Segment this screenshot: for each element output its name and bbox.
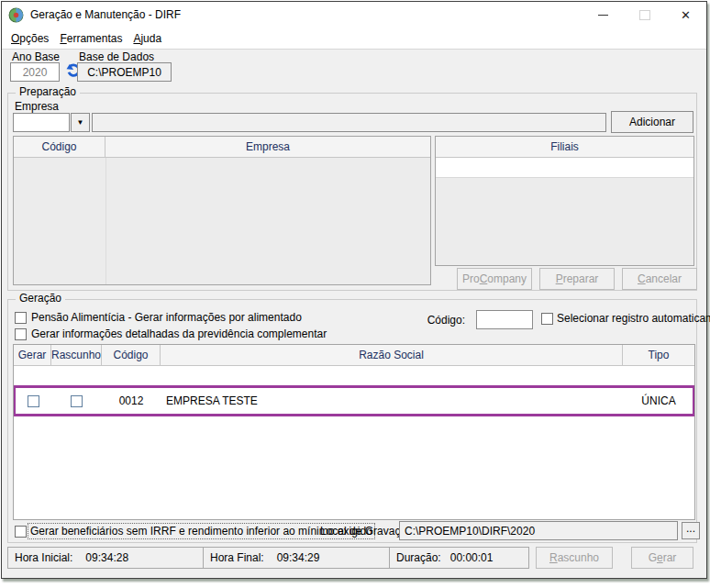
local-gravacao-field[interactable]: C:\PROEMP10\DIRF\2020 [399, 521, 678, 540]
cancelar-button[interactable]: Cancelar [622, 268, 697, 290]
selecionar-checkbox[interactable] [541, 313, 553, 325]
adicionar-button[interactable]: Adicionar [611, 111, 693, 133]
col-rascunho: Rascunho [51, 345, 102, 365]
rascunho-button[interactable]: Rascunho [536, 547, 613, 569]
preparacao-group: Preparação Empresa ▼ Adicionar Código Em… [7, 93, 697, 291]
window-title: Geração e Manutenção - DIRF [30, 8, 181, 21]
close-icon: ✕ [681, 9, 691, 21]
menu-ferramentas[interactable]: Ferramentas [54, 29, 128, 48]
hora-final-value: 09:34:29 [277, 551, 320, 564]
duracao-label: Duração: [396, 551, 441, 564]
duracao-panel: Duração: 00:00:01 [389, 547, 529, 569]
codigo-label: Código: [423, 314, 465, 327]
filiais-panel: Filiais [435, 136, 694, 266]
row-gerar-checkbox[interactable] [28, 395, 39, 407]
empresa-dropdown-button[interactable]: ▼ [71, 113, 90, 132]
col-codigo: Código [102, 345, 161, 365]
empresas-table: Código Empresa [13, 136, 431, 285]
row-razao-social: EMPRESA TESTE [161, 388, 625, 414]
col-gerar: Gerar [14, 345, 51, 365]
row-tipo: ÚNICA [625, 388, 693, 414]
geracao-legend: Geração [16, 293, 65, 305]
base-dados-field: C:\PROEMP10 [77, 62, 172, 82]
geracao-table-body: 0012 EMPRESA TESTE ÚNICA [14, 366, 694, 520]
geracao-table-header: Gerar Rascunho Código Razão Social Tipo [14, 345, 694, 366]
menu-opcoes[interactable]: Opções [6, 29, 54, 48]
filiais-header-row: Filiais [436, 137, 693, 158]
app-icon [8, 7, 24, 23]
title-bar[interactable]: Geração e Manutenção - DIRF ✕ [2, 2, 706, 28]
maximize-icon [639, 10, 650, 20]
base-dados-label: Base de Dados [79, 50, 154, 63]
filiais-empty-row [436, 158, 693, 178]
empresas-col-empresa: Empresa [105, 137, 430, 157]
browse-button[interactable]: ... [682, 522, 700, 539]
hora-final-label: Hora Final: [210, 551, 264, 564]
ano-base-label: Ano Base [12, 50, 60, 63]
preparar-button[interactable]: Preparar [539, 268, 615, 290]
codigo-input[interactable] [476, 310, 533, 329]
previdencia-checkbox[interactable] [15, 328, 27, 340]
duracao-value: 00:00:01 [450, 551, 494, 564]
empresas-table-body [14, 158, 430, 285]
minimize-icon [598, 15, 608, 16]
row-rascunho-checkbox[interactable] [71, 395, 83, 407]
hora-inicial-value: 09:34:28 [85, 551, 128, 564]
menu-bar: Opções Ferramentas Ajuda [2, 28, 706, 50]
hora-inicial-label: Hora Inicial: [15, 551, 72, 564]
col-tipo: Tipo [623, 345, 694, 365]
col-razao-social: Razão Social [161, 345, 623, 365]
app-window: Geração e Manutenção - DIRF ✕ Opções Fer… [1, 1, 707, 579]
menu-ajuda[interactable]: Ajuda [128, 29, 167, 48]
empresa-nome-field [92, 113, 606, 132]
selecionar-checkbox-label: Selecionar registro automaticamente [557, 312, 710, 325]
row-codigo: 0012 [102, 388, 161, 414]
pensao-checkbox[interactable] [15, 312, 27, 324]
empresa-label: Empresa [15, 100, 59, 113]
geracao-table: Gerar Rascunho Código Razão Social Tipo … [13, 344, 695, 520]
ano-base-field[interactable]: 2020 [10, 62, 60, 82]
procompany-button[interactable]: ProCompany [457, 268, 532, 290]
empresas-col-codigo: Código [14, 137, 105, 157]
previdencia-checkbox-label: Gerar informações detalhadas da previdên… [31, 327, 327, 340]
hora-final-panel: Hora Final: 09:34:29 [203, 547, 390, 569]
empresa-input[interactable] [13, 113, 70, 132]
empresas-table-header: Código Empresa [14, 137, 430, 158]
beneficiarios-checkbox[interactable] [15, 526, 27, 538]
geracao-group: Geração Pensão Alimentícia - Gerar infor… [7, 299, 697, 543]
preparacao-legend: Preparação [16, 86, 80, 98]
chevron-down-icon: ▼ [77, 118, 84, 127]
filiais-header: Filiais [436, 137, 693, 157]
gerar-button[interactable]: Gerar [631, 547, 693, 569]
highlighted-company-row[interactable]: 0012 EMPRESA TESTE ÚNICA [13, 385, 695, 416]
desktop: Geração e Manutenção - DIRF ✕ Opções Fer… [0, 0, 710, 588]
hora-inicial-panel: Hora Inicial: 09:34:28 [7, 547, 204, 569]
close-button[interactable]: ✕ [665, 2, 706, 28]
pensao-checkbox-label: Pensão Alimentícia - Gerar informações p… [31, 311, 302, 324]
minimize-button[interactable] [582, 2, 624, 28]
maximize-button[interactable] [624, 2, 665, 28]
